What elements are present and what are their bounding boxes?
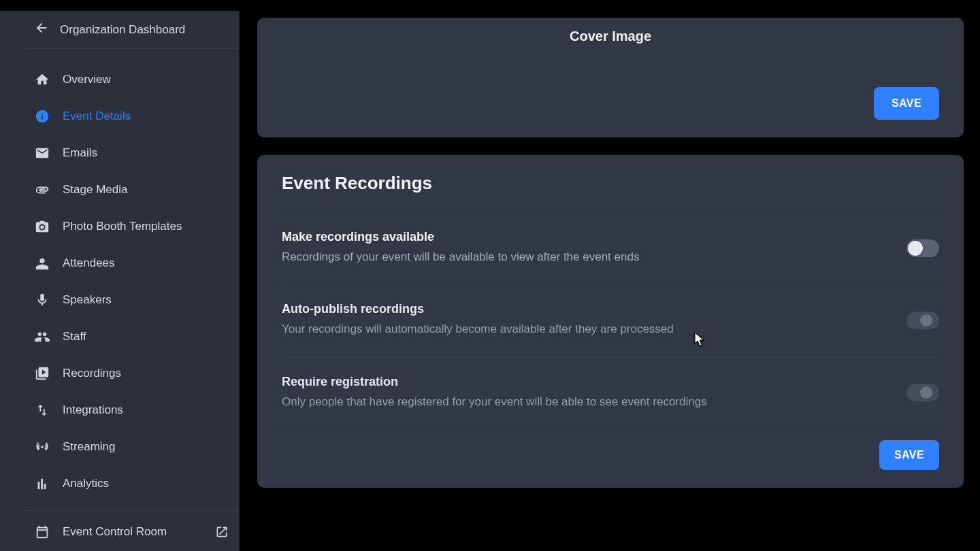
event-icon bbox=[34, 524, 50, 540]
back-label: Organization Dashboard bbox=[60, 23, 185, 37]
save-recordings-button[interactable]: SAVE bbox=[879, 440, 939, 470]
event-recordings-card: Event Recordings Make recordings availab… bbox=[257, 155, 964, 488]
cover-image-title: Cover Image bbox=[570, 29, 651, 44]
camera-icon bbox=[34, 218, 50, 235]
setting-title: Make recordings available bbox=[282, 230, 639, 244]
arrow-back-icon bbox=[34, 20, 49, 39]
setting-desc: Recordings of your event will be availab… bbox=[282, 248, 639, 266]
event-recordings-title: Event Recordings bbox=[282, 173, 939, 194]
sidebar-item-streaming[interactable]: Streaming bbox=[24, 429, 239, 465]
sidebar-item-emails[interactable]: Emails bbox=[24, 135, 239, 171]
setting-row-auto-publish-recordings: Auto-publish recordings Your recordings … bbox=[282, 284, 939, 356]
sidebar-item-label: Streaming bbox=[63, 440, 115, 454]
attachment-icon bbox=[34, 182, 50, 198]
analytics-icon bbox=[34, 475, 50, 492]
sidebar-item-analytics[interactable]: Analytics bbox=[24, 465, 239, 502]
mic-icon bbox=[34, 292, 50, 308]
toggle-knob bbox=[920, 386, 932, 399]
sidebar-item-label: Event Details bbox=[63, 110, 131, 123]
sidebar-nav: Overview Event Details Emails Stage Medi… bbox=[24, 49, 239, 550]
info-icon bbox=[34, 108, 50, 124]
sidebar-item-speakers[interactable]: Speakers bbox=[24, 282, 239, 318]
sidebar-separator bbox=[24, 510, 239, 511]
toggle-auto-publish-recordings bbox=[906, 312, 939, 329]
sidebar-item-label: Photo Booth Templates bbox=[63, 220, 182, 233]
sidebar-item-stage-media[interactable]: Stage Media bbox=[24, 171, 239, 208]
sidebar-item-event-details[interactable]: Event Details bbox=[24, 98, 239, 135]
recordings-actions: SAVE bbox=[282, 440, 939, 470]
sidebar-item-label: Analytics bbox=[63, 477, 109, 490]
sidebar-item-label: Overview bbox=[63, 73, 111, 86]
setting-row-require-registration: Require registration Only people that ha… bbox=[282, 356, 939, 429]
toggle-make-recordings-available[interactable] bbox=[906, 239, 939, 257]
sidebar-item-label: Integrations bbox=[63, 403, 123, 417]
toggle-require-registration bbox=[906, 384, 939, 401]
sidebar: Organization Dashboard Overview Event De… bbox=[0, 11, 240, 551]
setting-desc: Your recordings will automatically becom… bbox=[282, 320, 674, 338]
sidebar-item-label: Event Control Room bbox=[63, 525, 167, 539]
sidebar-item-overview[interactable]: Overview bbox=[24, 61, 239, 98]
setting-row-make-recordings-available: Make recordings available Recordings of … bbox=[282, 212, 939, 284]
broadcast-icon bbox=[34, 439, 50, 455]
save-cover-button[interactable]: SAVE bbox=[874, 87, 939, 120]
sidebar-item-label: Stage Media bbox=[63, 183, 127, 197]
window-top-bar bbox=[0, 0, 980, 11]
cover-image-card: Cover Image SAVE bbox=[257, 18, 964, 137]
sidebar-item-recordings[interactable]: Recordings bbox=[24, 355, 239, 392]
cover-actions: SAVE bbox=[282, 87, 939, 120]
toggle-knob bbox=[920, 314, 932, 327]
setting-title: Auto-publish recordings bbox=[282, 302, 674, 316]
person-icon bbox=[34, 255, 50, 271]
setting-title: Require registration bbox=[282, 375, 707, 389]
email-icon bbox=[34, 145, 50, 161]
sidebar-item-staff[interactable]: Staff bbox=[24, 318, 239, 355]
swap-icon bbox=[34, 402, 50, 418]
sidebar-item-label: Emails bbox=[63, 146, 97, 160]
sidebar-item-label: Attendees bbox=[63, 256, 115, 270]
home-icon bbox=[34, 71, 50, 88]
sidebar-item-label: Staff bbox=[63, 330, 86, 344]
app-shell: Organization Dashboard Overview Event De… bbox=[0, 11, 980, 551]
sidebar-item-attendees[interactable]: Attendees bbox=[24, 245, 239, 282]
open-in-new-icon bbox=[214, 524, 229, 539]
sidebar-item-event-control-room[interactable]: Event Control Room bbox=[24, 514, 239, 550]
setting-desc: Only people that have registered for you… bbox=[282, 393, 707, 411]
sidebar-item-integrations[interactable]: Integrations bbox=[24, 392, 239, 429]
people-icon bbox=[34, 329, 50, 345]
video-library-icon bbox=[34, 365, 50, 382]
sidebar-item-label: Recordings bbox=[63, 367, 121, 380]
toggle-knob bbox=[908, 241, 923, 256]
main-content: Cover Image SAVE Event Recordings Make r… bbox=[240, 11, 980, 551]
back-to-dashboard[interactable]: Organization Dashboard bbox=[24, 11, 239, 49]
sidebar-item-photo-booth-templates[interactable]: Photo Booth Templates bbox=[24, 208, 239, 245]
sidebar-item-label: Speakers bbox=[63, 293, 112, 307]
divider bbox=[282, 429, 939, 429]
